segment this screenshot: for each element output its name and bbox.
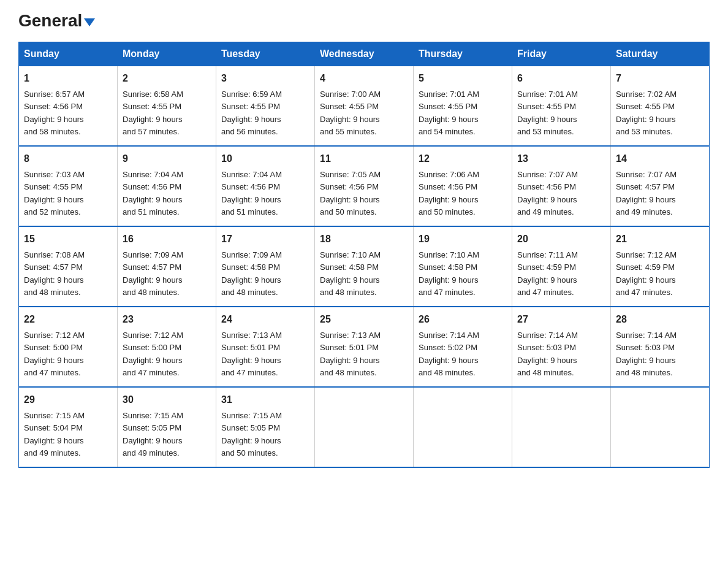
day-info: Sunrise: 6:59 AMSunset: 4:55 PMDaylight:… bbox=[221, 90, 282, 136]
day-cell-13: 13Sunrise: 7:07 AMSunset: 4:56 PMDayligh… bbox=[512, 146, 611, 226]
day-cell-22: 22Sunrise: 7:12 AMSunset: 5:00 PMDayligh… bbox=[19, 307, 118, 387]
logo-general-text: General bbox=[18, 12, 82, 29]
col-header-tuesday: Tuesday bbox=[216, 42, 315, 66]
day-info: Sunrise: 7:12 AMSunset: 5:00 PMDaylight:… bbox=[24, 331, 85, 377]
day-cell-4: 4Sunrise: 7:00 AMSunset: 4:55 PMDaylight… bbox=[315, 66, 414, 147]
day-info: Sunrise: 7:05 AMSunset: 4:56 PMDaylight:… bbox=[320, 170, 381, 216]
day-cell-29: 29Sunrise: 7:15 AMSunset: 5:04 PMDayligh… bbox=[19, 387, 118, 467]
day-cell-6: 6Sunrise: 7:01 AMSunset: 4:55 PMDaylight… bbox=[512, 66, 611, 147]
day-info: Sunrise: 7:15 AMSunset: 5:05 PMDaylight:… bbox=[221, 411, 282, 458]
week-row-2: 8Sunrise: 7:03 AMSunset: 4:55 PMDaylight… bbox=[19, 146, 710, 226]
day-number: 27 bbox=[517, 312, 605, 327]
day-cell-15: 15Sunrise: 7:08 AMSunset: 4:57 PMDayligh… bbox=[19, 226, 118, 307]
day-number: 16 bbox=[123, 232, 211, 247]
day-cell-9: 9Sunrise: 7:04 AMSunset: 4:56 PMDaylight… bbox=[118, 146, 216, 226]
day-info: Sunrise: 7:09 AMSunset: 4:58 PMDaylight:… bbox=[221, 250, 282, 297]
day-info: Sunrise: 7:12 AMSunset: 5:00 PMDaylight:… bbox=[123, 331, 183, 377]
col-header-wednesday: Wednesday bbox=[315, 42, 414, 66]
header-row: SundayMondayTuesdayWednesdayThursdayFrid… bbox=[19, 42, 710, 66]
day-number: 5 bbox=[419, 71, 507, 86]
day-info: Sunrise: 7:04 AMSunset: 4:56 PMDaylight:… bbox=[221, 170, 282, 216]
day-info: Sunrise: 7:10 AMSunset: 4:58 PMDaylight:… bbox=[419, 250, 479, 297]
day-info: Sunrise: 7:14 AMSunset: 5:03 PMDaylight:… bbox=[616, 331, 677, 377]
day-number: 25 bbox=[320, 312, 408, 327]
col-header-thursday: Thursday bbox=[414, 42, 512, 66]
day-cell-20: 20Sunrise: 7:11 AMSunset: 4:59 PMDayligh… bbox=[512, 226, 611, 307]
day-cell-23: 23Sunrise: 7:12 AMSunset: 5:00 PMDayligh… bbox=[118, 307, 216, 387]
day-number: 24 bbox=[221, 312, 309, 327]
week-row-3: 15Sunrise: 7:08 AMSunset: 4:57 PMDayligh… bbox=[19, 226, 710, 307]
day-cell-30: 30Sunrise: 7:15 AMSunset: 5:05 PMDayligh… bbox=[118, 387, 216, 467]
empty-cell bbox=[611, 387, 710, 467]
day-info: Sunrise: 7:02 AMSunset: 4:55 PMDaylight:… bbox=[616, 90, 677, 136]
day-cell-27: 27Sunrise: 7:14 AMSunset: 5:03 PMDayligh… bbox=[512, 307, 611, 387]
day-number: 15 bbox=[24, 232, 112, 247]
day-cell-12: 12Sunrise: 7:06 AMSunset: 4:56 PMDayligh… bbox=[414, 146, 512, 226]
day-cell-3: 3Sunrise: 6:59 AMSunset: 4:55 PMDaylight… bbox=[216, 66, 315, 147]
day-info: Sunrise: 7:12 AMSunset: 4:59 PMDaylight:… bbox=[616, 250, 677, 297]
day-info: Sunrise: 7:01 AMSunset: 4:55 PMDaylight:… bbox=[419, 90, 479, 136]
col-header-saturday: Saturday bbox=[611, 42, 710, 66]
day-number: 22 bbox=[24, 312, 112, 327]
col-header-monday: Monday bbox=[118, 42, 216, 66]
day-cell-19: 19Sunrise: 7:10 AMSunset: 4:58 PMDayligh… bbox=[414, 226, 512, 307]
empty-cell bbox=[315, 387, 414, 467]
day-cell-31: 31Sunrise: 7:15 AMSunset: 5:05 PMDayligh… bbox=[216, 387, 315, 467]
day-cell-21: 21Sunrise: 7:12 AMSunset: 4:59 PMDayligh… bbox=[611, 226, 710, 307]
day-info: Sunrise: 7:01 AMSunset: 4:55 PMDaylight:… bbox=[517, 90, 578, 136]
day-info: Sunrise: 6:58 AMSunset: 4:55 PMDaylight:… bbox=[123, 90, 183, 136]
day-info: Sunrise: 7:04 AMSunset: 4:56 PMDaylight:… bbox=[123, 170, 183, 216]
day-info: Sunrise: 7:08 AMSunset: 4:57 PMDaylight:… bbox=[24, 250, 85, 297]
day-cell-25: 25Sunrise: 7:13 AMSunset: 5:01 PMDayligh… bbox=[315, 307, 414, 387]
day-number: 23 bbox=[123, 312, 211, 327]
day-info: Sunrise: 7:13 AMSunset: 5:01 PMDaylight:… bbox=[320, 331, 381, 377]
day-number: 11 bbox=[320, 151, 408, 166]
day-number: 31 bbox=[221, 393, 309, 407]
day-info: Sunrise: 7:10 AMSunset: 4:58 PMDaylight:… bbox=[320, 250, 381, 297]
day-number: 17 bbox=[221, 232, 309, 247]
calendar-table: SundayMondayTuesdayWednesdayThursdayFrid… bbox=[18, 42, 710, 468]
day-number: 19 bbox=[419, 232, 507, 247]
day-info: Sunrise: 7:15 AMSunset: 5:05 PMDaylight:… bbox=[123, 411, 183, 458]
day-info: Sunrise: 7:07 AMSunset: 4:57 PMDaylight:… bbox=[616, 170, 677, 216]
day-cell-11: 11Sunrise: 7:05 AMSunset: 4:56 PMDayligh… bbox=[315, 146, 414, 226]
logo: General bbox=[18, 12, 95, 29]
day-info: Sunrise: 7:13 AMSunset: 5:01 PMDaylight:… bbox=[221, 331, 282, 377]
day-info: Sunrise: 6:57 AMSunset: 4:56 PMDaylight:… bbox=[24, 90, 85, 136]
day-number: 29 bbox=[24, 393, 112, 407]
day-cell-7: 7Sunrise: 7:02 AMSunset: 4:55 PMDaylight… bbox=[611, 66, 710, 147]
page-header: General bbox=[18, 12, 710, 29]
day-number: 2 bbox=[123, 71, 211, 86]
day-number: 6 bbox=[517, 71, 605, 86]
day-info: Sunrise: 7:15 AMSunset: 5:04 PMDaylight:… bbox=[24, 411, 85, 458]
day-number: 13 bbox=[517, 151, 605, 166]
empty-cell bbox=[512, 387, 611, 467]
col-header-sunday: Sunday bbox=[19, 42, 118, 66]
day-number: 30 bbox=[123, 393, 211, 407]
day-info: Sunrise: 7:14 AMSunset: 5:03 PMDaylight:… bbox=[517, 331, 578, 377]
day-info: Sunrise: 7:06 AMSunset: 4:56 PMDaylight:… bbox=[419, 170, 479, 216]
day-number: 1 bbox=[24, 71, 112, 86]
day-number: 12 bbox=[419, 151, 507, 166]
day-cell-1: 1Sunrise: 6:57 AMSunset: 4:56 PMDaylight… bbox=[19, 66, 118, 147]
logo-triangle-icon bbox=[84, 18, 95, 26]
day-number: 26 bbox=[419, 312, 507, 327]
day-cell-16: 16Sunrise: 7:09 AMSunset: 4:57 PMDayligh… bbox=[118, 226, 216, 307]
day-number: 3 bbox=[221, 71, 309, 86]
day-number: 14 bbox=[616, 151, 704, 166]
day-cell-14: 14Sunrise: 7:07 AMSunset: 4:57 PMDayligh… bbox=[611, 146, 710, 226]
day-number: 4 bbox=[320, 71, 408, 86]
day-cell-17: 17Sunrise: 7:09 AMSunset: 4:58 PMDayligh… bbox=[216, 226, 315, 307]
day-number: 10 bbox=[221, 151, 309, 166]
day-info: Sunrise: 7:03 AMSunset: 4:55 PMDaylight:… bbox=[24, 170, 85, 216]
day-cell-10: 10Sunrise: 7:04 AMSunset: 4:56 PMDayligh… bbox=[216, 146, 315, 226]
day-info: Sunrise: 7:00 AMSunset: 4:55 PMDaylight:… bbox=[320, 90, 381, 136]
day-number: 7 bbox=[616, 71, 704, 86]
day-info: Sunrise: 7:14 AMSunset: 5:02 PMDaylight:… bbox=[419, 331, 479, 377]
logo-general-line: General bbox=[18, 12, 95, 29]
col-header-friday: Friday bbox=[512, 42, 611, 66]
day-number: 20 bbox=[517, 232, 605, 247]
day-number: 18 bbox=[320, 232, 408, 247]
empty-cell bbox=[414, 387, 512, 467]
day-cell-24: 24Sunrise: 7:13 AMSunset: 5:01 PMDayligh… bbox=[216, 307, 315, 387]
